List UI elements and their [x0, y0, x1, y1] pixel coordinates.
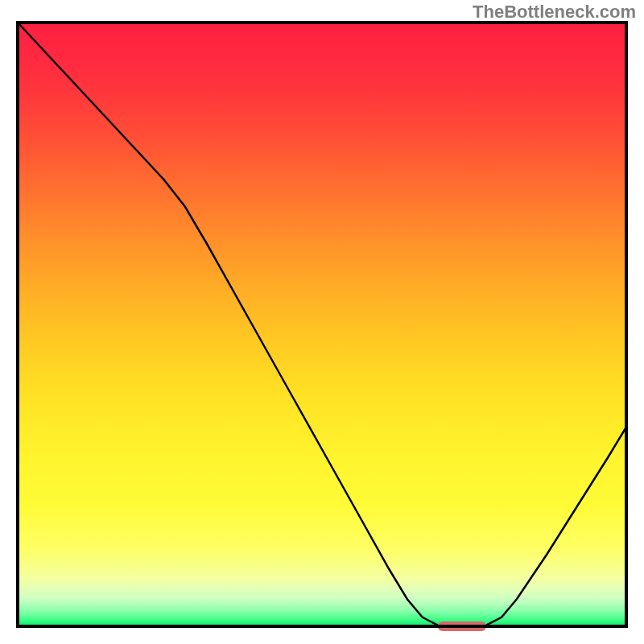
plot-background: [18, 23, 626, 626]
chart-container: TheBottleneck.com: [0, 0, 644, 644]
watermark-text: TheBottleneck.com: [473, 2, 636, 23]
bottleneck-chart: [0, 0, 644, 644]
